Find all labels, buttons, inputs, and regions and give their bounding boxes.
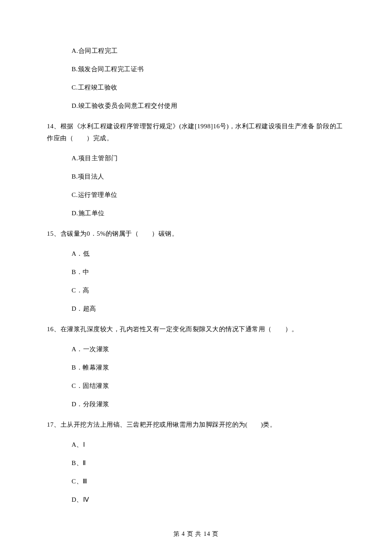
q15-option-b: B．中	[72, 268, 345, 276]
q16-stem: 16、在灌浆孔深度较大，孔内岩性又有一定变化而裂隙又大的情况下通常用（ ）。	[47, 323, 345, 335]
q14-option-a: A.项目主管部门	[72, 154, 345, 162]
q17-option-c: C、Ⅲ	[72, 477, 345, 486]
q15-option-c: C．高	[72, 286, 345, 295]
q14-option-b: B.项目法人	[72, 173, 345, 181]
q15-option-d: D．超高	[72, 305, 345, 313]
page-footer: 第 4 页 共 14 页	[0, 530, 392, 538]
q16-option-b: B．帷幕灌浆	[72, 364, 345, 372]
q16-option-c: C．固结灌浆	[72, 382, 345, 390]
q13-option-d: D.竣工验收委员会同意工程交付使用	[72, 102, 345, 110]
exam-page: A.合同工程完工 B.颁发合同工程完工证书 C.工程竣工验收 D.竣工验收委员会…	[0, 0, 392, 555]
q17-option-d: D、Ⅳ	[72, 496, 345, 504]
q15-option-a: A．低	[72, 250, 345, 258]
q17-option-a: A、Ⅰ	[72, 441, 345, 449]
q13-option-c: C.工程竣工验收	[72, 84, 345, 92]
q13-option-b: B.颁发合同工程完工证书	[72, 65, 345, 73]
q16-option-d: D．分段灌浆	[72, 400, 345, 408]
q14-stem: 14、根据《水利工程建设程序管理暂行规定》(水建[1998]16号)，水利工程建…	[47, 120, 345, 144]
q14-option-d: D.施工单位	[72, 209, 345, 217]
q13-option-a: A.合同工程完工	[72, 47, 345, 55]
q17-stem: 17、土从开挖方法上用镐、三齿耙开挖或用锹需用力加脚踩开挖的为( )类。	[47, 419, 345, 431]
q14-option-c: C.运行管理单位	[72, 191, 345, 199]
q16-option-a: A．一次灌浆	[72, 345, 345, 353]
q17-option-b: B、Ⅱ	[72, 459, 345, 467]
q15-stem: 15、含碳量为0．5%的钢属于（ ）碳钢。	[47, 228, 345, 240]
